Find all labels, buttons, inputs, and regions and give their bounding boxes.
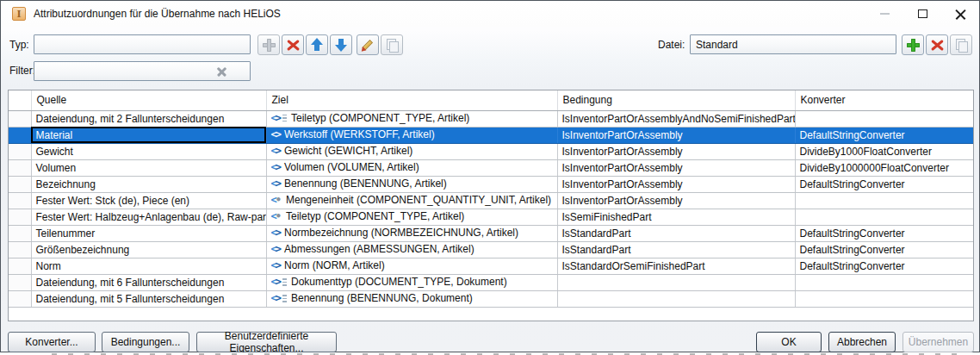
ziel-label: Gewicht (GEWICHT, Artikel) xyxy=(284,145,412,157)
delete-icon xyxy=(931,39,944,52)
cell-quelle[interactable]: Gewicht xyxy=(31,143,266,159)
table-row: Größenbezeichnung<>Abmessungen (ABMESSUN… xyxy=(9,241,974,258)
ziel-label: Werkstoff (WERKSTOFF, Artikel) xyxy=(284,128,435,140)
cell-ziel[interactable]: <>Teiletyp (COMPONENT_TYPE, Artikel) xyxy=(266,110,557,127)
row-selector-cell[interactable] xyxy=(9,209,31,225)
window-title: Attributzuordnungen für die Übernahme na… xyxy=(34,8,281,20)
edit-pencil-icon xyxy=(361,38,375,52)
typ-move-up-button[interactable] xyxy=(306,34,328,55)
cell-konverter[interactable]: DivideBy1000FloatConverter xyxy=(795,143,974,159)
column-header-bedingung[interactable]: Bedingung xyxy=(557,90,795,110)
cell-konverter[interactable]: DivideBy1000000FloatConverter xyxy=(795,159,974,176)
cell-ziel[interactable]: <>Benennung (BENENNUNG, Dokument) xyxy=(266,290,557,307)
typ-delete-button[interactable] xyxy=(282,34,304,55)
table-row: Teilenummer<>Normbezeichnung (NORMBEZEIC… xyxy=(9,225,974,241)
datei-delete-button[interactable] xyxy=(926,34,948,55)
cell-quelle[interactable]: Dateiendung, mit 5 Fallunterscheidungen xyxy=(31,290,266,307)
close-button[interactable] xyxy=(941,1,979,27)
cell-bedingung[interactable]: IsInventorPartOrAssembly xyxy=(557,143,795,159)
cell-bedingung[interactable] xyxy=(557,274,795,290)
row-selector-cell[interactable] xyxy=(9,176,31,192)
row-selector-cell[interactable] xyxy=(9,110,31,127)
typ-edit-button[interactable] xyxy=(357,34,379,55)
attribute-icon: <> xyxy=(271,259,280,271)
datei-add-button[interactable] xyxy=(902,34,924,55)
cell-konverter[interactable] xyxy=(795,290,974,307)
bedingungen-button[interactable]: Bedingungen... xyxy=(102,332,189,352)
attribute-icon: <> xyxy=(271,243,280,255)
cell-ziel[interactable]: <>Gewicht (GEWICHT, Artikel) xyxy=(266,143,557,159)
table-row: Dateiendung, mit 5 Fallunterscheidungen<… xyxy=(9,290,974,307)
cell-konverter[interactable]: DefaultStringConverter xyxy=(795,241,974,258)
minimize-button[interactable] xyxy=(865,1,903,27)
cell-konverter[interactable] xyxy=(795,209,974,225)
custom-properties-button[interactable]: Benutzerdefinierte Eigenschaften... xyxy=(196,332,337,352)
cell-ziel[interactable]: <•Teiletyp (COMPONENT_TYPE, Artikel) xyxy=(266,209,557,225)
row-selector-cell[interactable] xyxy=(9,143,31,159)
cell-konverter[interactable]: DefaultStringConverter xyxy=(795,127,974,143)
cell-quelle[interactable]: Volumen xyxy=(31,159,266,176)
cell-quelle[interactable]: Norm xyxy=(31,258,266,274)
cell-quelle[interactable]: Größenbezeichnung xyxy=(31,241,266,258)
column-header-ziel[interactable]: Ziel xyxy=(266,90,557,110)
row-header-corner[interactable] xyxy=(9,90,31,110)
typ-move-down-button[interactable] xyxy=(330,34,352,55)
typ-combobox[interactable] xyxy=(34,34,251,54)
copy-icon xyxy=(387,39,398,52)
filter-combobox[interactable] xyxy=(34,61,251,81)
cell-konverter[interactable]: DefaultStringConverter xyxy=(795,258,974,274)
row-selector-cell[interactable] xyxy=(9,225,31,241)
row-selector-cell[interactable] xyxy=(9,274,31,290)
cancel-button[interactable]: Abbrechen xyxy=(828,332,896,352)
cell-quelle[interactable]: Bezeichnung xyxy=(31,176,266,192)
column-header-quelle[interactable]: Quelle xyxy=(31,90,266,110)
cell-ziel[interactable]: <•Mengeneinheit (COMPONENT_QUANTITY_UNIT… xyxy=(266,192,557,209)
cell-bedingung[interactable]: IsStandardPart xyxy=(557,225,795,241)
ok-button[interactable]: OK xyxy=(756,332,822,352)
datei-combobox[interactable]: Standard xyxy=(690,34,896,54)
cell-bedingung[interactable]: IsStandardPart xyxy=(557,241,795,258)
cell-ziel[interactable]: <>Benennung (BENENNUNG, Artikel) xyxy=(266,176,557,192)
ziel-label: Dokumenttyp (DOCUMENT_TYPE, Dokument) xyxy=(291,276,507,288)
row-selector-cell[interactable] xyxy=(9,127,31,143)
cell-bedingung[interactable]: IsStandardOrSemiFinishedPart xyxy=(557,258,795,274)
cell-quelle[interactable]: Fester Wert: Halbzeug+Anlagenbau (de), R… xyxy=(31,209,266,225)
cell-bedingung[interactable]: IsInventorPartOrAssemblyAndNoSemiFinishe… xyxy=(557,110,795,127)
row-selector-cell[interactable] xyxy=(9,192,31,209)
cell-konverter[interactable] xyxy=(795,192,974,209)
cell-konverter[interactable]: DefaultStringConverter xyxy=(795,225,974,241)
cell-quelle[interactable]: Material xyxy=(31,127,266,143)
cell-bedingung[interactable] xyxy=(557,290,795,307)
cell-konverter[interactable]: DefaultStringConverter xyxy=(795,176,974,192)
cell-quelle[interactable]: Dateiendung, mit 6 Fallunterscheidungen xyxy=(31,274,266,290)
konverter-button[interactable]: Konverter... xyxy=(8,332,96,352)
cell-bedingung[interactable]: IsInventorPartOrAssembly xyxy=(557,159,795,176)
cell-quelle[interactable]: Teilenummer xyxy=(31,225,266,241)
cell-bedingung[interactable]: IsInventorPartOrAssembly xyxy=(557,176,795,192)
maximize-icon xyxy=(918,9,927,18)
row-selector-cell[interactable] xyxy=(9,290,31,307)
cell-ziel[interactable]: <>Norm (NORM, Artikel) xyxy=(266,258,557,274)
row-selector-cell[interactable] xyxy=(9,241,31,258)
row-selector-cell[interactable] xyxy=(9,159,31,176)
move-down-icon xyxy=(335,38,347,52)
titlebar[interactable]: I Attributzuordnungen für die Übernahme … xyxy=(1,1,979,27)
cell-ziel[interactable]: <>Normbezeichnung (NORMBEZEICHNUNG, Arti… xyxy=(266,225,557,241)
cell-quelle[interactable]: Dateiendung, mit 2 Fallunterscheidungen xyxy=(31,110,266,127)
clear-icon[interactable] xyxy=(216,65,227,77)
column-header-konverter[interactable]: Konverter xyxy=(795,90,974,110)
row-selector-cell[interactable] xyxy=(9,258,31,274)
cell-bedingung[interactable]: IsInventorPartOrAssembly xyxy=(557,127,795,143)
cell-ziel[interactable]: <>Dokumenttyp (DOCUMENT_TYPE, Dokument) xyxy=(266,274,557,290)
maximize-button[interactable] xyxy=(903,1,941,27)
cell-ziel[interactable]: <>Abmessungen (ABMESSUNGEN, Artikel) xyxy=(266,241,557,258)
cell-ziel[interactable]: <>Werkstoff (WERKSTOFF, Artikel) xyxy=(266,127,557,143)
cell-konverter[interactable] xyxy=(795,110,974,127)
cell-quelle[interactable]: Fester Wert: Stck (de), Piece (en) xyxy=(31,192,266,209)
cell-bedingung[interactable]: IsInventorPartOrAssembly xyxy=(557,192,795,209)
cell-ziel[interactable]: <>Volumen (VOLUMEN, Artikel) xyxy=(266,159,557,176)
cell-bedingung[interactable]: IsSemiFinishedPart xyxy=(557,209,795,225)
cell-konverter[interactable] xyxy=(795,274,974,290)
attribute-icon: <> xyxy=(271,161,280,173)
typ-add-button xyxy=(257,34,280,55)
